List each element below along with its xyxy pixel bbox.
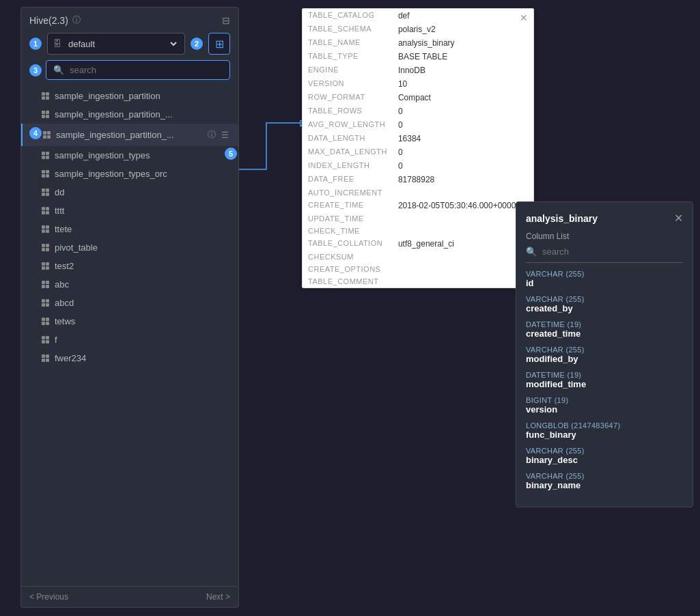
info-value: BASE TABLE [393, 50, 533, 64]
table-item[interactable]: ttete [21, 220, 238, 238]
table-icon [42, 299, 49, 307]
info-value: polaris_v2 [393, 23, 533, 36]
column-panel: analysis_binary ✕ Column List 🔍 VARCHAR … [516, 201, 693, 507]
table-icon [42, 188, 49, 196]
table-item[interactable]: dd [21, 183, 238, 201]
table-icon [42, 170, 49, 178]
info-value: 81788928 [393, 173, 533, 186]
sidebar: Hive(2.3) ⓘ ⊟ 1 🗄 default 2 ⊞ 3 🔍 4 samp… [20, 7, 239, 608]
info-value [393, 212, 533, 225]
table-icon [42, 225, 49, 233]
table-item[interactable]: tttt [21, 201, 238, 220]
table-name: sample_ingestion_types_orc [55, 169, 230, 179]
table-item[interactable]: abc [21, 275, 238, 294]
search-input-wrap[interactable]: 🔍 [46, 60, 230, 80]
db-icon: 🗄 [53, 39, 61, 48]
table-item[interactable]: test2 [21, 257, 238, 275]
table-name: ttete [55, 224, 230, 234]
col-type: VARCHAR (255) [526, 295, 683, 303]
popup-close-button[interactable]: ✕ [520, 13, 528, 23]
db-select-wrapper[interactable]: 🗄 default [47, 33, 185, 55]
info-key: MAX_DATA_LENGTH [303, 145, 393, 159]
info-value: Compact [393, 91, 533, 104]
list-action-icon[interactable]: 5 ☰ [220, 129, 230, 141]
col-name: id [526, 278, 683, 288]
info-table-row: TABLE_ROWS0 [303, 104, 533, 118]
table-name: abc [55, 279, 230, 290]
col-name: modified_time [526, 379, 683, 389]
info-table-row: TABLE_NAMEanalysis_binary [303, 36, 533, 50]
table-name: sample_ingestion_types [55, 150, 230, 160]
table-item[interactable]: sample_ingestion_types_orc [21, 165, 238, 183]
column-search[interactable]: 🔍 [526, 247, 683, 263]
info-value [393, 251, 533, 263]
info-value: 0 [393, 104, 533, 118]
table-icon [42, 111, 49, 118]
column-entry: DATETIME (19)created_time [526, 320, 683, 339]
info-action-icon[interactable]: ⓘ [206, 128, 217, 142]
table-name: sample_ingestion_partition_... [56, 130, 201, 140]
info-key: TABLE_COMMENT [303, 275, 393, 288]
col-type: VARCHAR (255) [526, 472, 683, 480]
column-entry: VARCHAR (255)binary_desc [526, 447, 683, 465]
table-item[interactable]: sample_ingestion_types [21, 146, 238, 165]
info-key: TABLE_NAME [303, 36, 393, 50]
info-table-row: TABLE_CATALOGdef [303, 9, 533, 23]
info-key: CHECKSUM [303, 251, 393, 263]
badge-2: 2 [191, 38, 203, 50]
info-table-row: INDEX_LENGTH0 [303, 159, 533, 173]
column-entry: VARCHAR (255)id [526, 270, 683, 288]
info-table: TABLE_CATALOGdefTABLE_SCHEMApolaris_v2TA… [303, 9, 533, 288]
col-type: DATETIME (19) [526, 320, 683, 328]
info-value: def [393, 9, 533, 23]
table-item[interactable]: abcd [21, 294, 238, 312]
info-value: 16384 [393, 132, 533, 145]
info-table-row: AUTO_INCREMENT [303, 186, 533, 199]
column-entry: BIGINT (19)version [526, 396, 683, 415]
info-value [393, 263, 533, 275]
col-name: modified_by [526, 354, 683, 364]
info-icon[interactable]: ⓘ [72, 14, 81, 26]
search-input[interactable] [70, 65, 223, 75]
column-search-input[interactable] [542, 247, 683, 257]
info-table-row: AVG_ROW_LENGTH0 [303, 118, 533, 132]
table-item[interactable]: pivot_table [21, 238, 238, 257]
table-icon [42, 318, 49, 325]
table-item[interactable]: f [21, 331, 238, 349]
table-name: dd [55, 187, 230, 197]
sidebar-controls: 1 🗄 default 2 ⊞ [21, 30, 238, 60]
table-icon [42, 354, 49, 362]
info-key: TABLE_CATALOG [303, 9, 393, 23]
info-value: 0 [393, 118, 533, 132]
column-search-icon: 🔍 [526, 247, 537, 257]
info-table-row: TABLE_SCHEMApolaris_v2 [303, 23, 533, 36]
table-icon [42, 281, 49, 288]
info-table-row: ROW_FORMATCompact [303, 91, 533, 104]
badge-4: 4 [29, 127, 42, 139]
pin-icon[interactable]: ⊟ [222, 15, 230, 26]
info-key: VERSION [303, 77, 393, 91]
table-item-active[interactable]: sample_ingestion_partition_... ⓘ 5 ☰ [21, 124, 238, 146]
col-type: VARCHAR (255) [526, 447, 683, 455]
info-key: TABLE_TYPE [303, 50, 393, 64]
table-name: sample_ingestion_partition [55, 91, 230, 101]
next-button[interactable]: Next > [206, 592, 230, 602]
info-value: 10 [393, 77, 533, 91]
col-name: binary_desc [526, 455, 683, 465]
db-select[interactable]: default [66, 38, 179, 50]
table-item[interactable]: sample_ingestion_partition [21, 87, 238, 105]
column-panel-close-button[interactable]: ✕ [674, 212, 683, 225]
prev-button[interactable]: < Previous [29, 592, 68, 602]
table-item[interactable]: fwer234 [21, 349, 238, 367]
badge-3: 3 [29, 64, 42, 76]
table-info-popup: ✕ TABLE_CATALOGdefTABLE_SCHEMApolaris_v2… [302, 8, 534, 288]
search-row: 3 🔍 [21, 60, 238, 85]
info-key: INDEX_LENGTH [303, 159, 393, 173]
table-icon [42, 152, 49, 159]
table-item[interactable]: sample_ingestion_partition_... [21, 105, 238, 124]
table-name: f [55, 335, 230, 345]
table-item[interactable]: tetws [21, 312, 238, 331]
table-icon [43, 131, 51, 139]
info-value: 0 [393, 145, 533, 159]
grid-view-button[interactable]: ⊞ [208, 33, 230, 55]
